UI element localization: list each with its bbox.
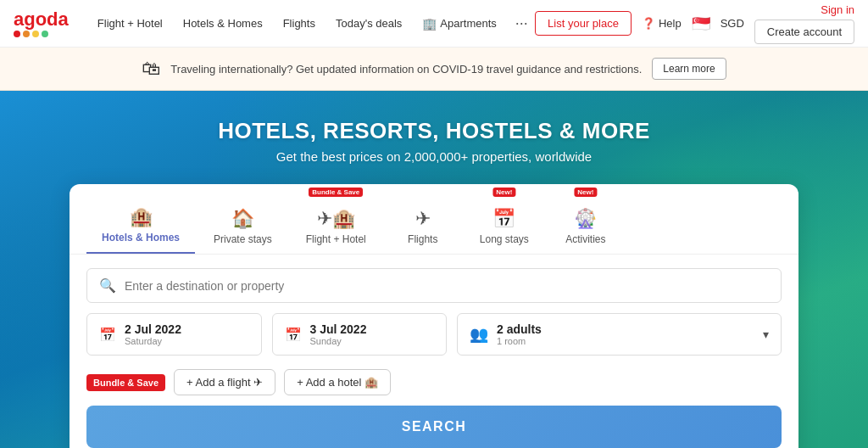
add-flight-button[interactable]: + Add a flight ✈ — [174, 369, 275, 395]
addons-row: Bundle & Save + Add a flight ✈ + Add a h… — [70, 369, 798, 395]
search-icon: 🔍 — [99, 277, 116, 294]
search-btn-wrapper: SEARCH — [70, 406, 798, 448]
add-hotel-button[interactable]: + Add a hotel 🏨 — [284, 369, 391, 395]
long-stays-icon: 📅 — [492, 208, 515, 230]
nav-apartments[interactable]: 🏢 Apartments — [414, 12, 504, 36]
hero-title: HOTELS, RESORTS, HOSTELS & MORE — [218, 118, 650, 144]
date-guests-row: 📅 2 Jul 2022 Saturday 📅 3 Jul 2022 Sunda… — [86, 313, 782, 356]
currency-selector[interactable]: SGD — [721, 17, 744, 30]
dot-orange — [23, 31, 30, 37]
search-area: 🔍 📅 2 Jul 2022 Saturday 📅 3 Jul 2022 Sun… — [70, 255, 798, 356]
logo-dots — [14, 31, 69, 37]
checkout-info: 3 Jul 2022 Sunday — [310, 322, 367, 346]
nav-flight-hotel[interactable]: Flight + Hotel — [89, 12, 171, 35]
apartments-icon: 🏢 — [422, 17, 437, 31]
nav-links: Flight + Hotel Hotels & Homes Flights To… — [89, 11, 535, 36]
tab-activities[interactable]: New! 🎡 Activities — [548, 184, 624, 254]
nav-hotels-homes[interactable]: Hotels & Homes — [175, 12, 271, 35]
guests-left: 👥 2 adults 1 room — [470, 322, 542, 346]
tab-hotels-homes-label: Hotels & Homes — [102, 232, 180, 244]
guests-field[interactable]: 👥 2 adults 1 room ▾ — [457, 313, 782, 356]
private-stays-icon: 🏠 — [231, 208, 254, 230]
bundle-save-label: Bundle & Save — [86, 374, 165, 391]
flight-hotel-icon: ✈🏨 — [317, 208, 355, 230]
checkout-field[interactable]: 📅 3 Jul 2022 Sunday — [272, 313, 448, 356]
tab-long-stays-label: Long stays — [480, 233, 529, 245]
dot-yellow — [32, 31, 39, 37]
nav-flights[interactable]: Flights — [275, 12, 324, 35]
checkin-info: 2 Jul 2022 Saturday — [125, 322, 181, 346]
nav-more[interactable]: ··· — [509, 11, 535, 36]
navbar: agoda Flight + Hotel Hotels & Homes Flig… — [0, 0, 868, 48]
nav-auth: Sign in Create account — [754, 3, 854, 44]
flights-icon: ✈ — [415, 208, 431, 230]
search-card: 🏨 Hotels & Homes 🏠 Private stays Bundle … — [70, 184, 798, 448]
checkin-day: Saturday — [125, 336, 181, 346]
dot-red — [14, 31, 20, 37]
guests-rooms: 1 room — [497, 336, 542, 346]
covid-banner: 🛍 Traveling internationally? Get updated… — [0, 48, 868, 91]
long-stays-new-badge: New! — [492, 188, 515, 197]
checkout-calendar-icon: 📅 — [285, 327, 302, 343]
nav-todays-deals[interactable]: Today's deals — [327, 12, 410, 35]
tab-private-stays[interactable]: 🏠 Private stays — [198, 196, 287, 254]
banner-icon: 🛍 — [142, 58, 160, 80]
checkin-field[interactable]: 📅 2 Jul 2022 Saturday — [86, 313, 262, 356]
list-place-button[interactable]: List your place — [535, 11, 632, 36]
logo[interactable]: agoda — [14, 10, 69, 37]
search-button[interactable]: SEARCH — [86, 406, 782, 448]
checkout-date: 3 Jul 2022 — [310, 322, 367, 336]
checkin-calendar-icon: 📅 — [99, 327, 116, 343]
guests-icon: 👥 — [470, 325, 488, 344]
banner-text: Traveling internationally? Get updated i… — [170, 63, 642, 76]
tab-flights-label: Flights — [408, 233, 437, 245]
tab-flight-hotel[interactable]: Bundle & Save ✈🏨 Flight + Hotel — [291, 184, 381, 254]
tab-hotels-homes[interactable]: 🏨 Hotels & Homes — [86, 194, 195, 254]
hotels-homes-icon: 🏨 — [130, 206, 153, 228]
bundle-save-badge: Bundle & Save — [309, 188, 363, 197]
tab-long-stays[interactable]: New! 📅 Long stays — [465, 184, 544, 254]
learn-more-button[interactable]: Learn more — [652, 58, 726, 80]
help-button[interactable]: ❓ Help — [642, 17, 682, 30]
tab-activities-label: Activities — [565, 233, 605, 245]
guests-info: 2 adults 1 room — [497, 322, 542, 346]
activities-new-badge: New! — [574, 188, 597, 197]
checkout-day: Sunday — [310, 336, 367, 346]
tab-private-stays-label: Private stays — [214, 233, 272, 245]
tab-flight-hotel-label: Flight + Hotel — [306, 233, 366, 245]
dot-green — [42, 31, 48, 37]
hero-subtitle: Get the best prices on 2,000,000+ proper… — [276, 149, 592, 164]
destination-field[interactable]: 🔍 — [86, 268, 782, 303]
tab-flights[interactable]: ✈ Flights — [385, 196, 461, 254]
hero-section: HOTELS, RESORTS, HOSTELS & MORE Get the … — [0, 91, 868, 448]
flag-icon[interactable]: 🇸🇬 — [692, 14, 710, 33]
guests-count: 2 adults — [497, 322, 542, 336]
create-account-button[interactable]: Create account — [754, 20, 854, 44]
destination-input[interactable] — [125, 279, 769, 293]
nav-right: List your place ❓ Help 🇸🇬 SGD Sign in Cr… — [535, 3, 854, 44]
activities-icon: 🎡 — [574, 208, 597, 230]
help-icon: ❓ — [642, 17, 655, 30]
search-tabs: 🏨 Hotels & Homes 🏠 Private stays Bundle … — [70, 184, 798, 255]
sign-in-link[interactable]: Sign in — [821, 3, 854, 16]
checkin-date: 2 Jul 2022 — [125, 322, 181, 336]
guests-chevron-icon: ▾ — [763, 328, 769, 341]
brand-name: agoda — [14, 10, 69, 29]
